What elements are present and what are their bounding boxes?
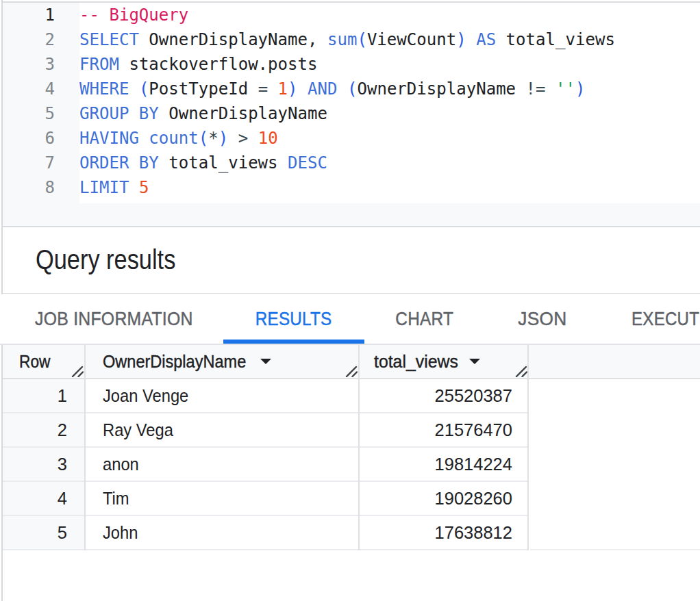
cell-row-number: 4 — [3, 482, 84, 515]
code-line[interactable]: ORDER BY total_views DESC — [79, 151, 700, 175]
row-column-resize-grip-icon[interactable] — [71, 365, 84, 377]
table-bottom-border — [530, 549, 700, 550]
cell-total-views: 19814224 — [360, 448, 527, 481]
bigquery-query-results-screen: 12345678 -- BigQuerySELECT OwnerDisplayN… — [0, 0, 700, 601]
code-line[interactable]: FROM stackoverflow.posts — [79, 52, 700, 77]
table-row[interactable]: 3 anon 19814224 — [3, 448, 529, 482]
results-table: Row OwnerDisplayName total_views 1 Joan … — [3, 345, 700, 550]
editor-bottom-strip — [3, 203, 700, 227]
cell-ownerdisplayname: Joan Venge — [86, 379, 358, 412]
active-tab-underline — [223, 340, 364, 344]
table-row[interactable]: 1 Joan Venge 25520387 — [3, 379, 529, 413]
column-border[interactable] — [84, 345, 86, 550]
tab-execution-details-label: EXECUTION DETAILS — [632, 308, 700, 330]
editor-code-lines[interactable]: -- BigQuerySELECT OwnerDisplayName, sum(… — [79, 3, 700, 200]
column-header-row: Row — [19, 345, 50, 378]
tab-results-label: RESULTS — [255, 308, 332, 330]
cell-row-number: 3 — [3, 448, 84, 481]
table-row[interactable]: 5 John 17638812 — [3, 516, 529, 550]
line-number: 4 — [3, 77, 55, 101]
column-header-ownerdisplayname[interactable]: OwnerDisplayName — [103, 345, 246, 378]
line-number: 6 — [3, 126, 55, 151]
column-border[interactable] — [527, 345, 529, 550]
column-header-total-views[interactable]: total_views — [374, 345, 458, 378]
line-number: 3 — [3, 52, 55, 77]
ownerdisplayname-column-menu-arrow-icon[interactable] — [260, 359, 271, 364]
tab-json[interactable]: JSON — [485, 294, 600, 344]
results-tab-bar: JOB INFORMATION RESULTS CHART JSON EXECU… — [0, 294, 700, 345]
table-row[interactable]: 4 Tim 19028260 — [3, 482, 529, 516]
code-line[interactable]: LIMIT 5 — [79, 175, 700, 200]
tab-json-label: JSON — [518, 308, 566, 330]
sql-editor[interactable]: 12345678 -- BigQuerySELECT OwnerDisplayN… — [3, 1, 700, 203]
table-header-row: Row OwnerDisplayName total_views — [3, 345, 700, 379]
line-number: 5 — [3, 101, 55, 126]
cell-ownerdisplayname: Ray Vega — [86, 413, 358, 446]
tab-results[interactable]: RESULTS — [223, 294, 364, 344]
cell-total-views: 25520387 — [360, 379, 527, 412]
ownerdisplayname-column-resize-grip-icon[interactable] — [345, 365, 358, 377]
tab-chart-label: CHART — [396, 308, 454, 330]
line-number: 1 — [3, 3, 55, 27]
cell-row-number: 2 — [3, 413, 84, 446]
cell-total-views: 19028260 — [360, 482, 527, 515]
cell-total-views: 17638812 — [360, 516, 527, 549]
tab-job-information-label: JOB INFORMATION — [35, 308, 193, 330]
cell-row-number: 1 — [3, 379, 84, 412]
code-line[interactable]: WHERE (PostTypeId = 1) AND (OwnerDisplay… — [79, 77, 700, 101]
table-row[interactable]: 2 Ray Vega 21576470 — [3, 413, 529, 448]
code-line[interactable]: -- BigQuery — [79, 3, 700, 27]
total-views-column-menu-arrow-icon[interactable] — [469, 359, 480, 364]
cell-total-views: 21576470 — [360, 413, 527, 446]
tab-execution-details[interactable]: EXECUTION DETAILS — [600, 294, 700, 344]
line-number: 7 — [3, 151, 55, 175]
code-line[interactable]: HAVING count(*) > 10 — [79, 126, 700, 151]
query-results-section: Query results — [3, 227, 700, 294]
cell-ownerdisplayname: Tim — [86, 482, 358, 515]
line-number: 2 — [3, 27, 55, 52]
cell-row-number: 5 — [3, 516, 84, 549]
column-border[interactable] — [358, 345, 360, 550]
code-line[interactable]: SELECT OwnerDisplayName, sum(ViewCount) … — [79, 27, 700, 52]
cell-ownerdisplayname: John — [86, 516, 358, 549]
code-line[interactable]: GROUP BY OwnerDisplayName — [79, 101, 700, 126]
query-results-title: Query results — [36, 246, 175, 273]
line-number: 8 — [3, 175, 55, 200]
editor-line-numbers: 12345678 — [3, 3, 55, 200]
tab-chart[interactable]: CHART — [364, 294, 485, 344]
tab-job-information[interactable]: JOB INFORMATION — [0, 294, 227, 344]
total-views-column-resize-grip-icon[interactable] — [515, 365, 527, 377]
cell-ownerdisplayname: anon — [86, 448, 358, 481]
